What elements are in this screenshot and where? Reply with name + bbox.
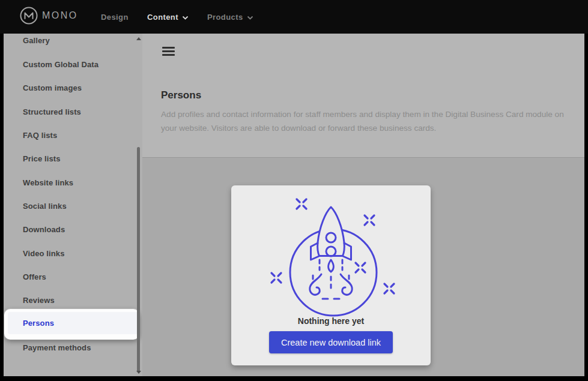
nav-products-label: Products [207, 13, 243, 22]
sidebar-item-gallery[interactable]: Gallery [4, 34, 142, 53]
sidebar-item-persons[interactable]: Persons [4, 309, 139, 340]
sidebar-item-downloads[interactable]: Downloads [4, 218, 142, 241]
chevron-down-icon [247, 16, 253, 20]
nav-item-design[interactable]: Design [101, 0, 129, 34]
sidebar-item-custom-images[interactable]: Custom images [4, 76, 142, 100]
nav-content-label: Content [147, 13, 178, 22]
page-description: Add profiles and contact information for… [161, 107, 565, 135]
mono-logo[interactable]: MONO [20, 7, 78, 25]
nav-item-content[interactable]: Content [147, 0, 189, 34]
empty-state-message: Nothing here yet [231, 316, 431, 326]
chevron-down-icon [182, 16, 189, 20]
sidebar: Gallery Custom Global Data Custom images… [4, 34, 142, 376]
topbar: MONO Design Content Products [0, 0, 588, 34]
sidebar-item-social-links[interactable]: Social links [4, 194, 142, 218]
main-body: Nothing here yet Create new download lin… [142, 157, 584, 376]
sidebar-scrollbar-thumb[interactable] [137, 147, 140, 372]
mono-m-circle-icon [20, 7, 38, 25]
sidebar-item-price-lists[interactable]: Price lists [4, 147, 142, 170]
sidebar-item-persons-label: Persons [8, 312, 138, 334]
main-header: Persons Add profiles and contact informa… [142, 34, 584, 157]
hamburger-menu-icon[interactable] [162, 47, 175, 56]
rocket-launch-illustration [231, 185, 431, 317]
scroll-up-arrow-icon[interactable] [136, 37, 141, 40]
create-download-link-button[interactable]: Create new download link [269, 331, 393, 353]
empty-state-card: Nothing here yet Create new download lin… [231, 185, 431, 365]
page-area: Gallery Custom Global Data Custom images… [4, 34, 584, 376]
sidebar-item-website-links[interactable]: Website links [4, 170, 142, 194]
main-content: Persons Add profiles and contact informa… [142, 34, 584, 376]
sidebar-item-offers[interactable]: Offers [4, 265, 142, 289]
nav-design-label: Design [101, 13, 129, 22]
sidebar-item-custom-global-data[interactable]: Custom Global Data [4, 53, 142, 76]
scroll-down-arrow-icon[interactable] [136, 371, 141, 374]
nav-item-products[interactable]: Products [207, 0, 253, 34]
page-title: Persons [161, 89, 201, 101]
sidebar-item-video-links[interactable]: Video links [4, 241, 142, 265]
brand-name: MONO [42, 10, 78, 21]
sidebar-item-faq-lists[interactable]: FAQ lists [4, 124, 142, 147]
sidebar-item-structured-lists[interactable]: Structured lists [4, 100, 142, 123]
